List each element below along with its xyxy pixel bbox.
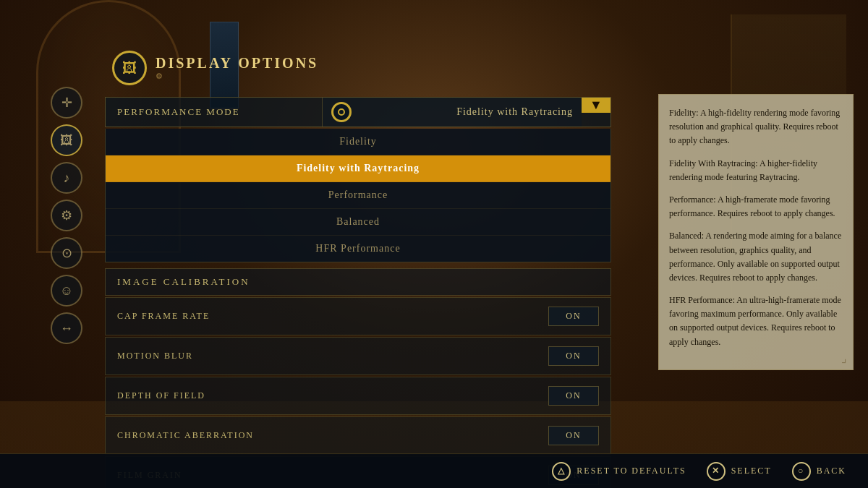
bottom-bar: △ RESET TO DEFAULTS ✕ SELECT ○ BACK (0, 453, 868, 488)
cross-icon: ✕ (707, 462, 726, 481)
sidebar-icon-settings[interactable]: ⚙ (51, 200, 82, 231)
dropdown-option-hfr[interactable]: HFR Performance (106, 236, 610, 262)
setting-cap-frame-rate[interactable]: CAP FRAME RATE ON (105, 297, 611, 335)
dropdown-indicator (331, 102, 352, 122)
dropdown-list: Fidelity Fidelity with Raytracing Perfor… (105, 129, 611, 262)
setting-value-depth-of-field[interactable]: ON (548, 386, 599, 406)
select-button[interactable]: ✕ SELECT (707, 462, 772, 481)
info-entry-performance: Performance: A high-framerate mode favor… (669, 193, 843, 221)
sidebar: ✛ 🖼 ♪ ⚙ ⊙ ☺ ↔ (51, 87, 82, 344)
dropdown-option-fidelity-rt[interactable]: Fidelity with Raytracing (106, 155, 610, 182)
reset-to-defaults-button[interactable]: △ RESET TO DEFAULTS (552, 462, 686, 481)
main-panel: 🖼 DISPLAY OPTIONS ⚙ PERFORMANCE MODE Fid… (105, 51, 611, 488)
setting-label-chromatic-aberration: CHROMATIC ABERRATION (117, 430, 254, 441)
dropdown-selected-value: Fidelity with Raytracing (456, 106, 573, 118)
setting-value-motion-blur[interactable]: ON (548, 346, 599, 366)
setting-label-cap-frame-rate: CAP FRAME RATE (117, 311, 210, 322)
setting-value-cap-frame-rate[interactable]: ON (548, 307, 599, 326)
sidebar-icon-gamepad[interactable]: ⊙ (51, 237, 82, 269)
info-corner-decoration: ⌟ (841, 351, 847, 365)
page-title: DISPLAY OPTIONS (156, 55, 318, 72)
setting-depth-of-field[interactable]: DEPTH OF FIELD ON (105, 377, 611, 415)
sidebar-icon-move[interactable]: ✛ (51, 87, 82, 119)
setting-motion-blur[interactable]: MOTION BLUR ON (105, 337, 611, 375)
dropdown-option-fidelity[interactable]: Fidelity (106, 129, 610, 155)
setting-value-chromatic-aberration[interactable]: ON (548, 426, 599, 445)
setting-label-motion-blur: MOTION BLUR (117, 351, 193, 361)
info-entry-fidelity: Fidelity: A high-fidelity rendering mode… (669, 106, 843, 148)
info-panel: Fidelity: A high-fidelity rendering mode… (658, 94, 854, 370)
dropdown-label: PERFORMANCE MODE (106, 98, 323, 127)
header-icon: 🖼 (112, 51, 147, 85)
dropdown-value-area: Fidelity with Raytracing (323, 98, 582, 127)
dropdown-dot-inner (338, 108, 345, 116)
header-subtitle: ⚙ (156, 72, 318, 81)
circle-icon: ○ (792, 462, 811, 481)
dropdown-option-balanced[interactable]: Balanced (106, 209, 610, 236)
header: 🖼 DISPLAY OPTIONS ⚙ (105, 51, 611, 85)
reset-label: RESET TO DEFAULTS (576, 466, 686, 476)
setting-label-depth-of-field: DEPTH OF FIELD (117, 390, 205, 401)
setting-chromatic-aberration[interactable]: CHROMATIC ABERRATION ON (105, 416, 611, 455)
dropdown-arrow-icon[interactable]: ▼ (582, 98, 610, 113)
select-label: SELECT (731, 466, 772, 476)
performance-mode-dropdown[interactable]: PERFORMANCE MODE Fidelity with Raytracin… (105, 97, 611, 127)
sidebar-icon-display[interactable]: 🖼 (51, 124, 82, 156)
info-entry-hfr: HFR Performance: An ultra-high-framerate… (669, 294, 843, 349)
dropdown-option-performance[interactable]: Performance (106, 182, 610, 209)
sidebar-icon-audio[interactable]: ♪ (51, 162, 82, 194)
sidebar-icon-network[interactable]: ↔ (51, 312, 82, 344)
triangle-icon: △ (552, 462, 571, 481)
back-label: BACK (817, 466, 846, 476)
info-entry-fidelity-rt: Fidelity With Raytracing: A higher-fidel… (669, 157, 843, 184)
section-header-image-calibration: IMAGE CALIBRATION (105, 268, 611, 296)
info-entry-balanced: Balanced: A rendering mode aiming for a … (669, 229, 843, 285)
back-button[interactable]: ○ BACK (792, 462, 846, 481)
sidebar-icon-accessibility[interactable]: ☺ (51, 275, 82, 307)
